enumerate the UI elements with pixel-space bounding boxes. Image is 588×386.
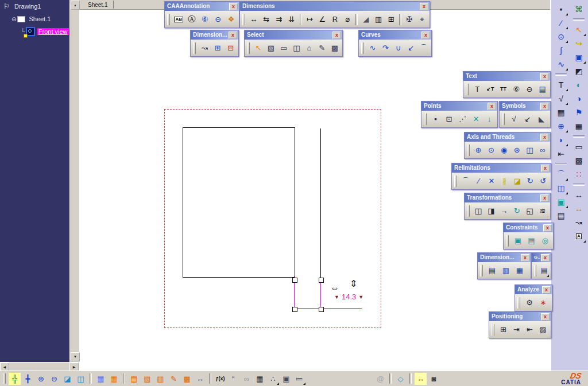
scroll-left-button[interactable]: ◀	[0, 362, 9, 371]
corner-icon[interactable]: ⌒	[460, 175, 471, 188]
diameter-dimension-icon[interactable]: ⌀	[342, 13, 353, 26]
toolbar-grip[interactable]	[506, 235, 509, 247]
pattern-display-icon[interactable]: ▩	[181, 373, 193, 385]
select-arrow-icon[interactable]: ↖	[253, 42, 264, 54]
dimension-value-icon[interactable]: ▦	[513, 264, 526, 277]
toolbar-grip[interactable]	[466, 84, 469, 95]
arc-icon[interactable]: ⌒	[554, 167, 568, 181]
toolbar-graphic[interactable]: G..x▤	[531, 252, 551, 279]
annotation-wizard-icon[interactable]: ❖	[225, 13, 237, 26]
vertical-move-manipulator-icon[interactable]: ⇕	[350, 279, 357, 288]
paste-format-icon[interactable]: ▣	[572, 50, 586, 64]
intersecting-trap-icon[interactable]: ◫	[291, 42, 302, 54]
arrow-icon[interactable]: ⇤	[554, 147, 568, 160]
dimension-arrow-icon[interactable]: ▼	[334, 294, 339, 300]
tree-item-label[interactable]: Drawing1	[13, 3, 42, 10]
welding-symbol-icon[interactable]: ↙	[521, 113, 534, 126]
thread-icon[interactable]: ◉	[498, 144, 510, 157]
datum-target-icon[interactable]: ⑥	[199, 13, 211, 26]
dimension-analysis-icon[interactable]: ∗	[537, 297, 550, 309]
reroute-dimension-icon[interactable]: ↝	[572, 216, 586, 229]
analyze-icon[interactable]: ⚙	[523, 297, 536, 309]
table-icon[interactable]: ▦	[554, 106, 568, 119]
close-icon[interactable]: x	[229, 3, 238, 10]
exit-workbench-icon[interactable]: ↪	[572, 37, 586, 50]
text-with-leader-icon[interactable]: AB	[173, 13, 185, 26]
intersection-point-icon[interactable]: ✕	[470, 113, 482, 126]
roughness-symbol-icon[interactable]: √	[508, 113, 520, 126]
toolbar-constraints[interactable]: Constraintsx▣▤◎	[503, 223, 554, 249]
center-line-reference-icon[interactable]: ⊙	[485, 144, 497, 157]
toolbar-transformations[interactable]: Transformationsx◫◨→↻◱≋	[464, 193, 551, 220]
balloon-icon[interactable]: ⑥	[510, 83, 523, 96]
toolbar-grip[interactable]	[534, 265, 536, 276]
sheet-setup-icon[interactable]: ⌘	[572, 2, 586, 15]
remove-interruption-icon[interactable]: ⊟	[225, 42, 237, 54]
close-icon[interactable]: x	[421, 32, 430, 39]
line-geometry[interactable]	[320, 128, 321, 279]
align-views-icon[interactable]: ⊞	[497, 323, 509, 336]
point-pattern-icon[interactable]: ∷	[572, 167, 586, 181]
toolbar-titlebar[interactable]: Dimension...x	[478, 253, 531, 262]
toolbar-grip[interactable]	[247, 42, 250, 54]
toolbar-symbols[interactable]: Symbolsx√↙◣	[499, 101, 551, 128]
toolbar-titlebar[interactable]: Relimitationsx	[452, 163, 551, 173]
close-icon[interactable]: x	[540, 134, 549, 141]
weld-icon[interactable]: ◣	[535, 113, 548, 126]
mirror-icon[interactable]: ◫	[473, 205, 484, 217]
translate-icon[interactable]: →	[498, 205, 510, 217]
normal-view-icon[interactable]: ◪	[61, 373, 74, 385]
tree-item-drawing1[interactable]: ⚐Drawing1	[0, 0, 69, 13]
horizontal-move-manipulator-icon[interactable]: ⇔	[330, 283, 339, 293]
toolbar-grip[interactable]	[424, 114, 427, 125]
geometrical-tolerance-icon[interactable]: ⌖	[416, 13, 428, 26]
datum-feature-icon[interactable]: ⊖	[212, 13, 224, 26]
polygon-selection-trap-icon[interactable]: ⌂	[303, 42, 315, 54]
rectangle-selection-trap-icon[interactable]: ▭	[278, 42, 289, 54]
dimension-line-icon[interactable]: ▤	[486, 264, 498, 277]
create-interruption-icon[interactable]: ⊞	[212, 42, 224, 54]
instantiate-2d-icon[interactable]: ⚑	[572, 106, 586, 119]
transformation-icon[interactable]: ◫	[554, 181, 568, 194]
toolbar-titlebar[interactable]: Transformationsx	[465, 193, 550, 202]
constraints-dialog-icon[interactable]: ▣	[512, 235, 524, 247]
toolbar-curves[interactable]: Curvesx∿↷∪↙⌒	[358, 30, 432, 57]
text-icon[interactable]: T	[554, 78, 568, 91]
tree-item-label[interactable]: Front view	[37, 28, 69, 35]
toolbar-analyze[interactable]: Analyzex⚙∗	[514, 284, 552, 311]
toolbar-grip[interactable]	[480, 265, 483, 276]
equidistant-points-icon[interactable]: ⋰	[457, 113, 469, 126]
line-icon[interactable]: ∕	[554, 16, 568, 29]
dimensions-icon[interactable]: ↔	[248, 13, 260, 26]
toolbar-titlebar[interactable]: CAAAnnotationx	[165, 2, 239, 11]
tree-item-front-view[interactable]: └Front view	[0, 25, 69, 38]
graphic-properties-icon[interactable]: ◐	[572, 78, 586, 91]
toolbar-titlebar[interactable]: Textx	[463, 72, 550, 81]
comment-icon[interactable]: “	[227, 373, 239, 385]
locked-dimension-icon[interactable]: ↔	[572, 202, 586, 215]
relations-icon[interactable]: ≔	[293, 373, 305, 385]
spline-icon[interactable]: ∿	[554, 57, 568, 71]
render-view-icon[interactable]: ◙	[428, 373, 440, 385]
sheet-tab[interactable]: Sheet.1	[79, 2, 113, 8]
tree-expander-icon[interactable]: ⊖	[11, 16, 16, 22]
axis-and-center-lines-icon[interactable]: ∞	[537, 144, 548, 157]
toolbar-grip[interactable]	[467, 205, 470, 217]
weblink-icon[interactable]: @	[374, 373, 386, 385]
toolbar-grip[interactable]	[167, 14, 170, 25]
chained-dimensions-icon[interactable]: ⇆	[261, 13, 272, 26]
scale-icon[interactable]: ◱	[524, 205, 535, 217]
close-arc-icon[interactable]: ↻	[524, 175, 536, 188]
close-icon[interactable]: x	[540, 103, 549, 110]
chamfer-icon[interactable]: ∕	[473, 175, 484, 188]
frame-icon[interactable]: ▭	[572, 140, 586, 153]
toolbar-dimension-edition[interactable]: Dimension...x↝⊞⊟	[190, 30, 239, 57]
toolbar-titlebar[interactable]: Analyzex	[515, 285, 552, 294]
toolbar-points[interactable]: Pointsx▪⊡⋰✕↓	[421, 101, 498, 128]
toolbar-grip[interactable]	[3, 373, 6, 384]
analysis-display-icon[interactable]: ▧	[141, 373, 153, 385]
center-line-icon[interactable]: ⊕	[554, 119, 568, 132]
selection-trap-above-icon[interactable]: ▧	[265, 42, 277, 54]
toolbar-grip[interactable]	[361, 42, 364, 54]
axis-line-icon[interactable]: ◫	[524, 144, 535, 157]
